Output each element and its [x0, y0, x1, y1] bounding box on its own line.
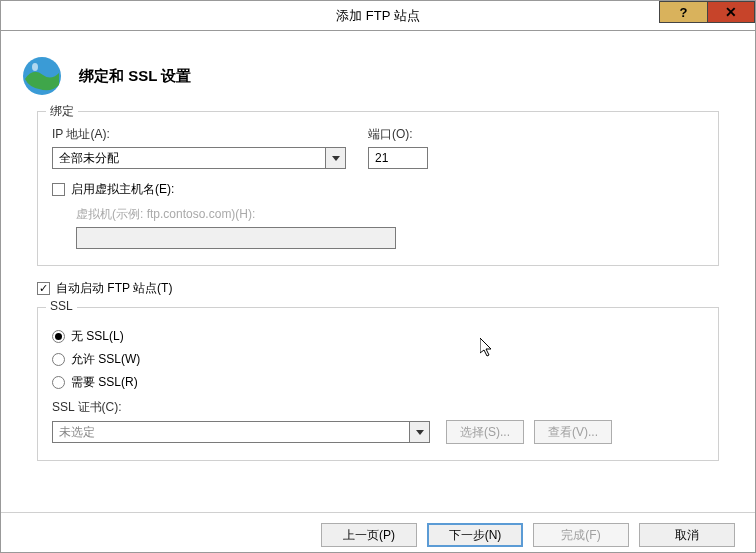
radio-icon	[52, 330, 65, 343]
radio-label: 允许 SSL(W)	[71, 351, 140, 368]
titlebar: 添加 FTP 站点 ? ✕	[1, 1, 755, 31]
radio-icon	[52, 376, 65, 389]
ssl-cert-label: SSL 证书(C):	[52, 399, 704, 416]
autostart-label: 自动启动 FTP 站点(T)	[56, 280, 172, 297]
vhost-field-label: 虚拟机(示例: ftp.contoso.com)(H):	[76, 206, 704, 223]
radio-label: 需要 SSL(R)	[71, 374, 138, 391]
chevron-down-icon	[326, 147, 346, 169]
vhost-checkbox-label: 启用虚拟主机名(E):	[71, 181, 174, 198]
ssl-group-label: SSL	[46, 299, 77, 313]
dialog-window: 添加 FTP 站点 ? ✕ 绑定和 SSL 设置 绑定 IP 地址(A): 全部…	[0, 0, 756, 553]
ip-label: IP 地址(A):	[52, 126, 346, 143]
ssl-select-button[interactable]: 选择(S)...	[446, 420, 524, 444]
close-button[interactable]: ✕	[707, 1, 755, 23]
ssl-radio-allow[interactable]: 允许 SSL(W)	[52, 351, 704, 368]
ssl-radio-none[interactable]: 无 SSL(L)	[52, 328, 704, 345]
page-title: 绑定和 SSL 设置	[79, 67, 191, 86]
window-title: 添加 FTP 站点	[1, 7, 755, 25]
titlebar-buttons: ? ✕	[659, 1, 755, 23]
help-button[interactable]: ?	[659, 1, 707, 23]
autostart-checkbox[interactable]: ✓	[37, 282, 50, 295]
svg-point-1	[32, 63, 38, 71]
ip-dropdown[interactable]: 全部未分配	[52, 147, 346, 169]
ssl-radio-require[interactable]: 需要 SSL(R)	[52, 374, 704, 391]
ssl-cert-dropdown[interactable]: 未选定	[52, 421, 430, 443]
radio-label: 无 SSL(L)	[71, 328, 124, 345]
content-area: 绑定 IP 地址(A): 全部未分配 端口(O): 启用虚拟主机名(E):	[1, 107, 755, 485]
page-header: 绑定和 SSL 设置	[1, 31, 755, 107]
ip-dropdown-value: 全部未分配	[52, 147, 326, 169]
cancel-button[interactable]: 取消	[639, 523, 735, 547]
chevron-down-icon	[410, 421, 430, 443]
binding-group-label: 绑定	[46, 103, 78, 120]
radio-icon	[52, 353, 65, 366]
prev-button[interactable]: 上一页(P)	[321, 523, 417, 547]
finish-button: 完成(F)	[533, 523, 629, 547]
globe-icon	[21, 55, 63, 97]
port-label: 端口(O):	[368, 126, 428, 143]
ssl-group: SSL 无 SSL(L) 允许 SSL(W) 需要 SSL(R) SSL 证书(…	[37, 307, 719, 461]
ssl-cert-value: 未选定	[52, 421, 410, 443]
binding-group: 绑定 IP 地址(A): 全部未分配 端口(O): 启用虚拟主机名(E):	[37, 111, 719, 266]
port-input[interactable]	[368, 147, 428, 169]
next-button[interactable]: 下一步(N)	[427, 523, 523, 547]
ssl-view-button[interactable]: 查看(V)...	[534, 420, 612, 444]
vhost-checkbox[interactable]	[52, 183, 65, 196]
vhost-input	[76, 227, 396, 249]
footer-buttons: 上一页(P) 下一步(N) 完成(F) 取消	[1, 512, 755, 552]
